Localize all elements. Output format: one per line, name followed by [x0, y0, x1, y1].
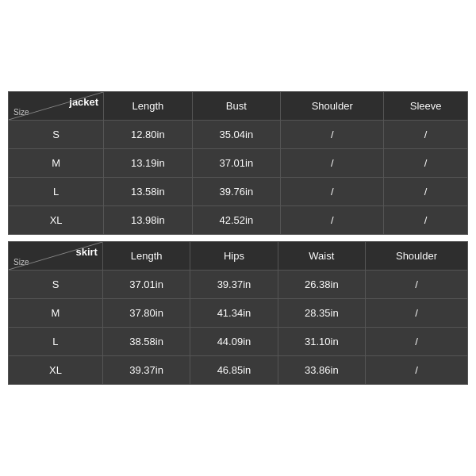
jacket-shoulder-l: / [281, 178, 384, 206]
jacket-header-length: Length [104, 92, 192, 121]
jacket-table: jacket Size Length Bust Shoulder Sleeve … [8, 91, 468, 235]
skirt-row-s: S 37.01in 39.37in 26.38in / [9, 271, 468, 299]
skirt-hips-xl: 46.85in [190, 356, 278, 385]
jacket-bust-m: 37.01in [192, 149, 280, 178]
skirt-waist-m: 28.35in [278, 299, 365, 328]
size-chart: jacket Size Length Bust Shoulder Sleeve … [8, 91, 468, 385]
skirt-waist-s: 26.38in [278, 271, 365, 299]
jacket-row-xl: XL 13.98in 42.52in / / [9, 206, 468, 235]
jacket-bust-s: 35.04in [192, 121, 280, 149]
jacket-sleeve-l: / [384, 178, 468, 206]
jacket-size-m: M [9, 149, 104, 178]
skirt-length-s: 37.01in [102, 271, 190, 299]
skirt-waist-l: 31.10in [278, 328, 365, 356]
jacket-shoulder-m: / [281, 149, 384, 178]
jacket-header-shoulder: Shoulder [281, 92, 384, 121]
skirt-length-m: 37.80in [102, 299, 190, 328]
skirt-length-l: 38.58in [102, 328, 190, 356]
skirt-table: skirt Size Length Hips Waist Shoulder S … [8, 241, 468, 385]
skirt-shoulder-xl: / [365, 356, 467, 385]
skirt-size-header: skirt Size [9, 242, 103, 271]
jacket-type-label: jacket [13, 96, 98, 108]
jacket-length-xl: 13.98in [104, 206, 192, 235]
jacket-length-m: 13.19in [104, 149, 192, 178]
jacket-sleeve-xl: / [384, 206, 468, 235]
skirt-hips-s: 39.37in [190, 271, 278, 299]
jacket-header-sleeve: Sleeve [384, 92, 468, 121]
skirt-row-l: L 38.58in 44.09in 31.10in / [9, 328, 468, 356]
skirt-row-m: M 37.80in 41.34in 28.35in / [9, 299, 468, 328]
jacket-sleeve-m: / [384, 149, 468, 178]
jacket-header-row: jacket Size Length Bust Shoulder Sleeve [9, 92, 468, 121]
skirt-header-hips: Hips [190, 242, 278, 271]
skirt-hips-m: 41.34in [190, 299, 278, 328]
skirt-shoulder-l: / [365, 328, 467, 356]
skirt-size-m: M [9, 299, 103, 328]
skirt-waist-xl: 33.86in [278, 356, 365, 385]
jacket-row-l: L 13.58in 39.76in / / [9, 178, 468, 206]
skirt-size-s: S [9, 271, 103, 299]
skirt-shoulder-m: / [365, 299, 467, 328]
jacket-size-l: L [9, 178, 104, 206]
jacket-shoulder-xl: / [281, 206, 384, 235]
jacket-sleeve-s: / [384, 121, 468, 149]
skirt-size-xl: XL [9, 356, 103, 385]
skirt-header-length: Length [102, 242, 190, 271]
table-spacer [8, 235, 468, 241]
skirt-size-label: Size [13, 258, 98, 267]
jacket-size-header: jacket Size [9, 92, 104, 121]
skirt-row-xl: XL 39.37in 46.85in 33.86in / [9, 356, 468, 385]
jacket-shoulder-s: / [281, 121, 384, 149]
jacket-bust-xl: 42.52in [192, 206, 280, 235]
jacket-bust-l: 39.76in [192, 178, 280, 206]
skirt-shoulder-s: / [365, 271, 467, 299]
jacket-size-s: S [9, 121, 104, 149]
jacket-header-bust: Bust [192, 92, 280, 121]
skirt-header-shoulder: Shoulder [365, 242, 467, 271]
skirt-header-row: skirt Size Length Hips Waist Shoulder [9, 242, 468, 271]
skirt-hips-l: 44.09in [190, 328, 278, 356]
skirt-header-waist: Waist [278, 242, 365, 271]
jacket-length-s: 12.80in [104, 121, 192, 149]
jacket-row-m: M 13.19in 37.01in / / [9, 149, 468, 178]
jacket-row-s: S 12.80in 35.04in / / [9, 121, 468, 149]
skirt-size-l: L [9, 328, 103, 356]
jacket-size-xl: XL [9, 206, 104, 235]
jacket-size-label: Size [13, 108, 98, 117]
skirt-length-xl: 39.37in [102, 356, 190, 385]
jacket-length-l: 13.58in [104, 178, 192, 206]
skirt-type-label: skirt [13, 246, 98, 258]
